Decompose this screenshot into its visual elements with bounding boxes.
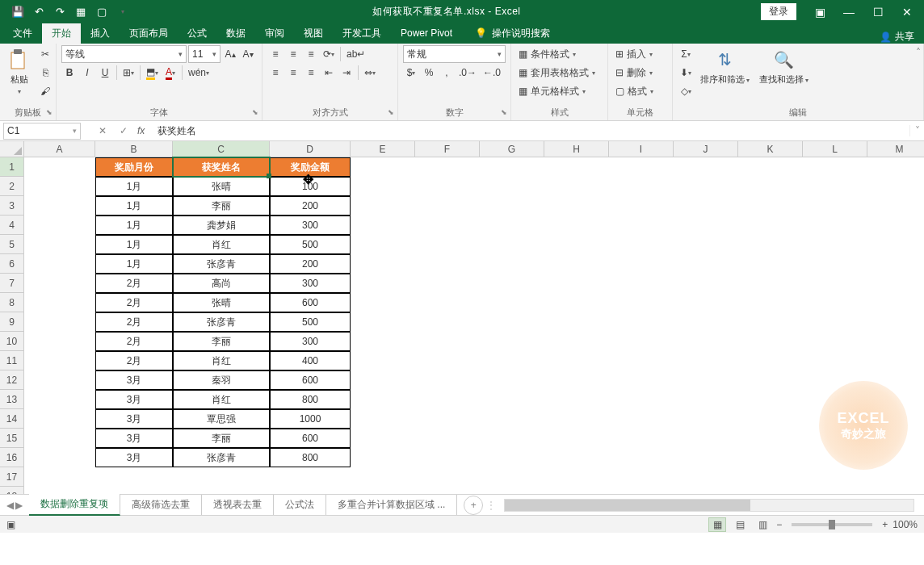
row-header[interactable]: 7 (0, 274, 24, 293)
column-header[interactable]: M (867, 141, 924, 157)
enter-formula-button[interactable]: ✓ (116, 125, 131, 136)
table-cell[interactable]: 300 (270, 332, 351, 351)
table-cell[interactable]: 500 (270, 235, 351, 254)
page-break-view-button[interactable]: ▥ (754, 517, 771, 532)
dialog-launcher-icon[interactable]: ⬊ (252, 106, 258, 119)
table-cell[interactable]: 1月 (95, 177, 173, 196)
table-cell[interactable]: 1000 (270, 409, 351, 429)
sheet-tab-4[interactable]: 公式法 (274, 495, 326, 515)
row-header[interactable]: 12 (0, 370, 24, 390)
number-format-combo[interactable]: 常规 (403, 45, 506, 63)
row-header[interactable]: 5 (0, 235, 24, 254)
dialog-launcher-icon[interactable]: ⬊ (501, 106, 507, 119)
align-middle-button[interactable]: ≡ (285, 45, 301, 63)
delete-cells-button[interactable]: ⊟删除 (613, 64, 656, 82)
table-cell[interactable]: 800 (270, 448, 351, 467)
column-header[interactable]: F (415, 141, 480, 157)
row-header[interactable]: 13 (0, 390, 24, 409)
column-header[interactable]: J (674, 141, 738, 157)
accounting-format-button[interactable]: $ (403, 64, 419, 82)
table-cell[interactable]: 1月 (95, 216, 173, 235)
fill-color-button[interactable]: ⬒ (144, 64, 161, 82)
maximize-button[interactable]: ☐ (864, 0, 892, 23)
bold-button[interactable]: B (61, 64, 78, 82)
conditional-format-button[interactable]: ▦条件格式 (516, 45, 598, 63)
table-cell[interactable]: 肖红 (173, 351, 270, 370)
format-cells-button[interactable]: ▢格式 (613, 82, 656, 100)
qat-customize[interactable] (113, 3, 132, 21)
row-header[interactable]: 15 (0, 429, 24, 448)
fill-handle[interactable] (267, 174, 271, 178)
tab-data[interactable]: 数据 (216, 23, 255, 44)
format-as-table-button[interactable]: ▦套用表格格式 (516, 64, 598, 82)
tab-formulas[interactable]: 公式 (178, 23, 216, 44)
zoom-out-button[interactable]: − (776, 519, 782, 530)
sort-filter-button[interactable]: ⇅ 排序和筛选 (697, 45, 753, 87)
minimize-button[interactable]: — (835, 0, 863, 23)
table-cell[interactable]: 500 (270, 312, 351, 332)
table-cell[interactable]: 张彦青 (173, 312, 270, 332)
table-cell[interactable]: 张晴 (173, 177, 270, 196)
row-header[interactable]: 4 (0, 216, 24, 235)
table-cell[interactable]: 3月 (95, 429, 173, 448)
row-header[interactable]: 17 (0, 467, 24, 487)
increase-indent-button[interactable]: ⇥ (338, 64, 355, 82)
table-cell[interactable]: 600 (270, 293, 351, 312)
new-sheet-button[interactable]: + (464, 496, 483, 515)
row-header[interactable]: 14 (0, 409, 24, 429)
decrease-decimal-button[interactable]: ←.0 (481, 64, 503, 82)
align-right-button[interactable]: ≡ (303, 64, 319, 82)
merge-button[interactable]: ⇔ (362, 64, 378, 82)
tab-layout[interactable]: 页面布局 (120, 23, 178, 44)
formula-input[interactable]: 获奖姓名 (154, 124, 909, 138)
table-cell[interactable]: 2月 (95, 293, 173, 312)
table-header-cell[interactable]: 获奖姓名 (173, 157, 270, 177)
row-header[interactable]: 1 (0, 157, 24, 177)
column-header[interactable]: C (173, 141, 270, 157)
table-cell[interactable]: 2月 (95, 312, 173, 332)
cell-styles-button[interactable]: ▦单元格样式 (516, 82, 598, 100)
table-cell[interactable]: 肖红 (173, 390, 270, 409)
align-top-button[interactable]: ≡ (267, 45, 284, 63)
row-header[interactable]: 16 (0, 448, 24, 467)
table-cell[interactable]: 3月 (95, 409, 173, 429)
column-header[interactable]: G (480, 141, 544, 157)
zoom-slider[interactable] (792, 523, 872, 526)
table-cell[interactable]: 肖红 (173, 235, 270, 254)
increase-decimal-button[interactable]: .0→ (456, 64, 479, 82)
table-cell[interactable]: 龚梦娟 (173, 216, 270, 235)
table-cell[interactable]: 覃思强 (173, 409, 270, 429)
font-size-combo[interactable]: 11 (188, 45, 220, 63)
table-cell[interactable]: 2月 (95, 274, 173, 293)
table-cell[interactable]: 600 (270, 370, 351, 390)
table-cell[interactable]: 200 (270, 254, 351, 274)
record-macro-button[interactable]: ▣ (6, 519, 15, 530)
sheet-nav-prev[interactable]: ◀ (6, 500, 14, 511)
ribbon-options-button[interactable]: ▣ (806, 0, 834, 23)
save-button[interactable]: 💾 (8, 3, 27, 21)
table-cell[interactable]: 1月 (95, 235, 173, 254)
insert-cells-button[interactable]: ⊞插入 (613, 45, 656, 63)
table-cell[interactable]: 高尚 (173, 274, 270, 293)
table-header-cell[interactable]: 奖励月份 (95, 157, 173, 177)
column-header[interactable]: H (544, 141, 609, 157)
fx-icon[interactable]: fx (137, 125, 145, 136)
decrease-font-button[interactable]: A▾ (240, 45, 256, 63)
sheet-tab-3[interactable]: 透视表去重 (202, 495, 274, 515)
row-header[interactable]: 2 (0, 177, 24, 196)
column-header[interactable]: D (270, 141, 351, 157)
tab-powerpivot[interactable]: Power Pivot (391, 23, 462, 44)
table-cell[interactable]: 1月 (95, 196, 173, 216)
sheet-nav-next[interactable]: ▶ (15, 500, 23, 511)
align-bottom-button[interactable]: ≡ (303, 45, 319, 63)
row-header[interactable]: 18 (0, 487, 24, 494)
tab-home[interactable]: 开始 (42, 23, 81, 44)
copy-button[interactable]: ⎘ (37, 64, 53, 82)
share-button[interactable]: 👤共享 (880, 30, 914, 44)
row-header[interactable]: 6 (0, 254, 24, 274)
decrease-indent-button[interactable]: ⇤ (321, 64, 337, 82)
column-header[interactable]: L (803, 141, 867, 157)
qat-button-1[interactable]: ▦ (71, 3, 90, 21)
autosum-button[interactable]: Σ (678, 45, 694, 63)
table-cell[interactable]: 李丽 (173, 429, 270, 448)
